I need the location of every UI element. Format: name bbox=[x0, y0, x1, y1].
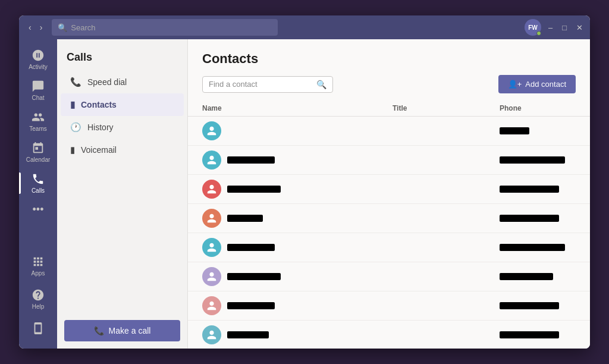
avatar bbox=[202, 267, 221, 286]
add-contact-label: Add contact bbox=[525, 80, 566, 89]
contact-phone bbox=[500, 127, 590, 134]
find-contact-input[interactable] bbox=[209, 80, 312, 89]
avatar bbox=[202, 209, 221, 228]
table-row[interactable]: … bbox=[188, 175, 590, 204]
history-icon: 🕐 bbox=[70, 122, 81, 133]
window-controls: – □ ✕ bbox=[548, 23, 583, 32]
avatar bbox=[202, 238, 221, 257]
find-contact-box[interactable]: 🔍 bbox=[202, 76, 333, 93]
contact-name-cell bbox=[202, 180, 393, 199]
contact-phone bbox=[500, 331, 590, 338]
contact-name-cell bbox=[202, 325, 393, 344]
nav-item-contacts[interactable]: ▮ Contacts bbox=[61, 93, 184, 116]
sidebar-bottom: Apps Help bbox=[32, 250, 45, 349]
avatar bbox=[202, 325, 221, 344]
back-arrow[interactable]: ‹ bbox=[26, 21, 34, 33]
table-row[interactable]: … bbox=[188, 233, 590, 262]
sidebar-item-calls[interactable]: Calls bbox=[19, 168, 57, 199]
teams-label: Teams bbox=[29, 125, 46, 132]
make-call-button[interactable]: 📞 Make a call bbox=[64, 320, 180, 341]
minimize-button[interactable]: – bbox=[548, 23, 553, 32]
header-name: Name bbox=[202, 104, 393, 112]
app-window: ‹ › 🔍 FW – □ ✕ Activity Chat bbox=[19, 15, 590, 349]
calendar-icon bbox=[32, 142, 45, 155]
add-contact-button[interactable]: 👤+ Add contact bbox=[498, 75, 576, 93]
content-header: Contacts 🔍 👤+ Add contact bbox=[188, 39, 590, 101]
header-phone: Phone bbox=[500, 104, 590, 112]
device-icon bbox=[32, 322, 45, 335]
table-row[interactable]: … bbox=[188, 321, 590, 349]
more-icon: ••• bbox=[33, 203, 44, 216]
icon-sidebar: Activity Chat Teams Calendar Calls ••• bbox=[19, 39, 57, 349]
search-input[interactable] bbox=[71, 23, 272, 32]
contacts-table: Name Title Phone … bbox=[188, 101, 590, 349]
teams-icon bbox=[32, 111, 45, 124]
table-row[interactable]: … bbox=[188, 204, 590, 233]
table-row[interactable]: … bbox=[188, 262, 590, 291]
left-panel-title: Calls bbox=[57, 39, 187, 71]
forward-arrow[interactable]: › bbox=[37, 21, 45, 33]
maximize-button[interactable]: □ bbox=[562, 23, 567, 32]
nav-item-speed-dial[interactable]: 📞 Speed dial bbox=[61, 71, 184, 93]
sidebar-item-teams[interactable]: Teams bbox=[19, 106, 57, 137]
voicemail-icon: ▮ bbox=[70, 145, 75, 155]
chat-icon bbox=[32, 80, 45, 93]
contact-phone bbox=[500, 186, 590, 193]
contact-phone bbox=[500, 273, 590, 280]
main-layout: Activity Chat Teams Calendar Calls ••• bbox=[19, 39, 590, 349]
table-row[interactable]: … bbox=[188, 291, 590, 321]
avatar bbox=[202, 180, 221, 199]
sidebar-item-chat[interactable]: Chat bbox=[19, 75, 57, 106]
nav-item-voicemail[interactable]: ▮ Voicemail bbox=[61, 139, 184, 161]
title-bar: ‹ › 🔍 FW – □ ✕ bbox=[19, 15, 590, 39]
contact-name-cell bbox=[202, 267, 393, 286]
search-icon: 🔍 bbox=[58, 23, 67, 32]
activity-label: Activity bbox=[29, 64, 48, 70]
contact-name-cell bbox=[202, 238, 393, 257]
contact-name-cell bbox=[202, 150, 393, 170]
add-contact-icon: 👤+ bbox=[508, 80, 522, 89]
contacts-icon: ▮ bbox=[70, 99, 75, 110]
contact-name-cell bbox=[202, 209, 393, 228]
call-icon: 📞 bbox=[94, 326, 104, 335]
contacts-label: Contacts bbox=[81, 100, 117, 109]
avatar bbox=[202, 150, 221, 170]
header-title: Title bbox=[393, 104, 500, 112]
calls-icon bbox=[32, 172, 45, 186]
apps-label: Apps bbox=[32, 270, 45, 277]
table-row[interactable]: … bbox=[188, 117, 590, 146]
contact-name-cell bbox=[202, 121, 393, 140]
content-area: Contacts 🔍 👤+ Add contact Name Ti bbox=[188, 39, 590, 349]
sidebar-item-help[interactable]: Help bbox=[32, 284, 45, 315]
contact-phone bbox=[500, 156, 590, 164]
sidebar-item-calendar[interactable]: Calendar bbox=[19, 137, 57, 168]
table-header: Name Title Phone bbox=[188, 101, 590, 117]
avatar bbox=[202, 296, 221, 315]
nav-item-history[interactable]: 🕐 History bbox=[61, 116, 184, 139]
voicemail-label: Voicemail bbox=[81, 145, 117, 155]
calls-label: Calls bbox=[32, 187, 45, 194]
sidebar-item-device[interactable] bbox=[32, 317, 45, 341]
speed-dial-icon: 📞 bbox=[70, 77, 81, 87]
sidebar-item-activity[interactable]: Activity bbox=[19, 44, 57, 75]
speed-dial-label: Speed dial bbox=[87, 77, 127, 87]
find-icon: 🔍 bbox=[316, 80, 327, 89]
table-row[interactable]: … bbox=[188, 146, 590, 175]
page-title: Contacts bbox=[202, 51, 576, 67]
sidebar-item-more[interactable]: ••• bbox=[19, 199, 57, 221]
avatar-initials: FW bbox=[528, 24, 538, 31]
global-search-box[interactable]: 🔍 bbox=[52, 19, 278, 36]
user-avatar[interactable]: FW bbox=[525, 19, 541, 36]
contact-phone bbox=[500, 302, 590, 309]
contact-name-cell bbox=[202, 296, 393, 315]
activity-icon bbox=[32, 49, 45, 62]
sidebar-item-apps[interactable]: Apps bbox=[32, 250, 45, 281]
make-call-label: Make a call bbox=[109, 326, 151, 335]
chat-label: Chat bbox=[32, 95, 44, 101]
close-button[interactable]: ✕ bbox=[576, 23, 583, 32]
help-label: Help bbox=[32, 303, 45, 310]
history-label: History bbox=[87, 123, 114, 132]
apps-icon bbox=[32, 255, 45, 268]
contact-phone bbox=[500, 244, 590, 251]
help-icon bbox=[32, 288, 45, 302]
